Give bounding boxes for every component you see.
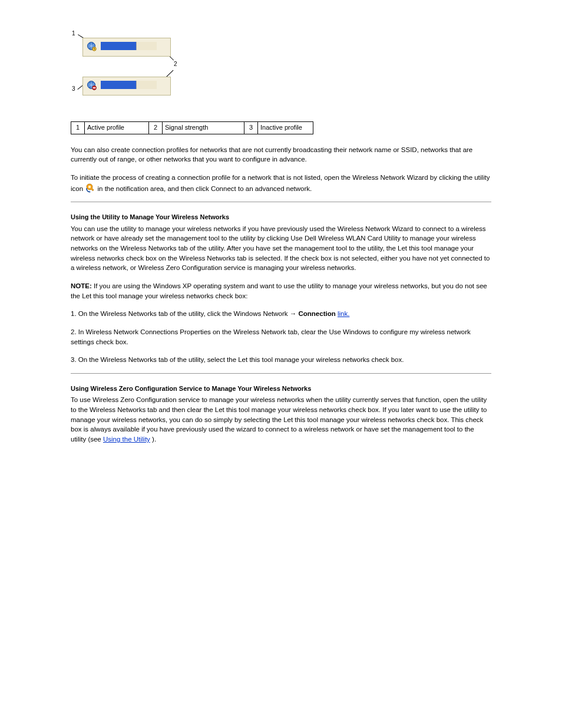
connection-link[interactable]: link. <box>338 310 349 317</box>
table-row: 1 Active profile 2 Signal strength 3 Ina… <box>71 122 313 134</box>
key-number: 3 <box>244 122 258 134</box>
text: If you are using the Windows XP operatin… <box>71 282 487 299</box>
text-bold: Connection <box>298 310 335 317</box>
divider <box>71 373 491 374</box>
figure-key-table: 1 Active profile 2 Signal strength 3 Ina… <box>71 121 313 134</box>
text: ). <box>152 436 156 443</box>
text: in the notification area, and then click… <box>98 185 312 192</box>
key-number: 1 <box>71 122 85 134</box>
section-heading: Using Wireless Zero Configuration Servic… <box>71 384 491 393</box>
callout-2: 2 <box>174 61 177 67</box>
utility-tray-icon <box>85 183 95 193</box>
paragraph: You can also create connection profiles … <box>71 145 491 164</box>
step-2: 2. In Wireless Network Connections Prope… <box>71 327 491 347</box>
text: On the Wireless Networks tab of the util… <box>78 310 290 317</box>
network-active-icon <box>87 41 97 52</box>
active-profile-bar <box>82 38 171 57</box>
profile-name-highlight <box>101 42 136 50</box>
paragraph: To initiate the process of creating a co… <box>71 173 491 193</box>
network-inactive-icon <box>87 80 97 91</box>
divider <box>71 202 491 202</box>
key-text: Inactive profile <box>258 122 313 134</box>
callout-1: 1 <box>72 31 75 37</box>
paragraph: You can use the utility to manage your w… <box>71 224 491 273</box>
using-the-utility-link[interactable]: Using the Utility <box>103 436 150 443</box>
step-3: 3. On the Wireless Networks tab of the u… <box>71 355 491 365</box>
signal-strength-indicator <box>136 81 157 89</box>
inactive-profile-bar <box>82 77 171 95</box>
svg-rect-4 <box>93 87 96 88</box>
text: On the Wireless Networks tab of the util… <box>78 356 404 363</box>
section-heading: Using the Utility to Manage Your Wireles… <box>71 213 491 221</box>
key-number: 2 <box>149 122 163 134</box>
svg-point-5 <box>88 186 91 188</box>
note-label: NOTE: <box>71 282 92 289</box>
arrow-icon: → <box>290 310 297 317</box>
paragraph: To use Wireless Zero Configuration servi… <box>71 395 491 444</box>
profile-name-highlight <box>101 81 136 89</box>
key-text: Active profile <box>85 122 149 134</box>
key-text: Signal strength <box>163 122 244 134</box>
signal-strength-indicator <box>136 42 157 50</box>
note-paragraph: NOTE: If you are using the Windows XP op… <box>71 281 491 301</box>
profile-figure: 1 2 3 <box>71 28 491 117</box>
callout-3: 3 <box>72 86 75 92</box>
text: In Wireless Network Connections Properti… <box>71 328 471 345</box>
step-1: 1. On the Wireless Networks tab of the u… <box>71 309 491 319</box>
